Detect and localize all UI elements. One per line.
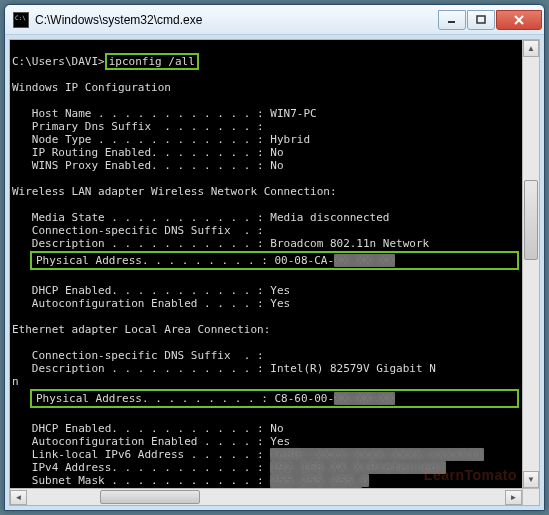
nodetype-line: Node Type . . . . . . . . . . . . : Hybr… [12,133,310,146]
scrollbar-vertical[interactable]: ▲ ▼ [522,40,539,488]
scroll-up-button[interactable]: ▲ [523,40,539,57]
wlan-desc-line: Description . . . . . . . . . . . : Broa… [12,237,429,250]
eth-linklocal-line: Link-local IPv6 Address . . . . . : fe80… [12,448,484,461]
wlan-dhcp-line: DHCP Enabled. . . . . . . . . . . : Yes [12,284,290,297]
cmd-icon [13,12,29,28]
hostname-line: Host Name . . . . . . . . . . . . : WIN7… [12,107,317,120]
primarydns-line: Primary Dns Suffix . . . . . . . : [12,120,264,133]
eth-dns-line: Connection-specific DNS Suffix . : [12,349,264,362]
scroll-right-button[interactable]: ► [505,490,522,505]
window-title: C:\Windows\system32\cmd.exe [35,13,438,27]
scroll-thumb-vertical[interactable] [524,180,538,260]
scroll-down-button[interactable]: ▼ [523,471,539,488]
winsproxy-line: WINS Proxy Enabled. . . . . . . . : No [12,159,284,172]
eth-physical-address-highlight: Physical Address. . . . . . . . . : C8-6… [30,389,519,408]
minimize-button[interactable] [438,10,466,30]
window-buttons [438,10,542,30]
eth-subnet-line: Subnet Mask . . . . . . . . . . . : 255.… [12,474,369,487]
wlan-dns-line: Connection-specific DNS Suffix . : [12,224,264,237]
heading-ipconfig: Windows IP Configuration [12,81,171,94]
cmd-window: C:\Windows\system32\cmd.exe C:\Users\DAV… [4,4,545,511]
heading-eth: Ethernet adapter Local Area Connection: [12,323,270,336]
scrollbar-horizontal[interactable]: ◄ ► [10,488,522,505]
wlan-physical-address-highlight: Physical Address. . . . . . . . . : 00-0… [30,251,519,270]
prompt: C:\Users\DAVI>ipconfig /all [12,55,199,68]
eth-desc-tail: n [12,375,19,388]
svg-rect-1 [477,16,485,23]
title-bar[interactable]: C:\Windows\system32\cmd.exe [5,5,544,35]
eth-dhcp-line: DHCP Enabled. . . . . . . . . . . : No [12,422,284,435]
scroll-thumb-horizontal[interactable] [100,490,200,504]
eth-mac-redacted: XX-XX-XX [334,392,395,405]
maximize-button[interactable] [467,10,495,30]
close-button[interactable] [496,10,542,30]
eth-auto-line: Autoconfiguration Enabled . . . . : Yes [12,435,290,448]
scroll-left-button[interactable]: ◄ [10,490,27,505]
heading-wlan: Wireless LAN adapter Wireless Network Co… [12,185,337,198]
watermark: LearnTomato [424,467,517,483]
wlan-auto-line: Autoconfiguration Enabled . . . . : Yes [12,297,290,310]
iprouting-line: IP Routing Enabled. . . . . . . . : No [12,146,284,159]
wlan-media-line: Media State . . . . . . . . . . . : Medi… [12,211,390,224]
eth-desc-line: Description . . . . . . . . . . . : Inte… [12,362,436,375]
terminal-output[interactable]: C:\Users\DAVI>ipconfig /all Windows IP C… [10,40,539,505]
eth-ipv4-line: IPv4 Address. . . . . . . . . . . : 192.… [12,461,446,474]
wlan-mac-redacted: XX-XX-XX [334,254,395,267]
content-frame: C:\Users\DAVI>ipconfig /all Windows IP C… [9,39,540,506]
command-highlight: ipconfig /all [105,53,199,70]
scrollbar-corner [522,488,539,505]
